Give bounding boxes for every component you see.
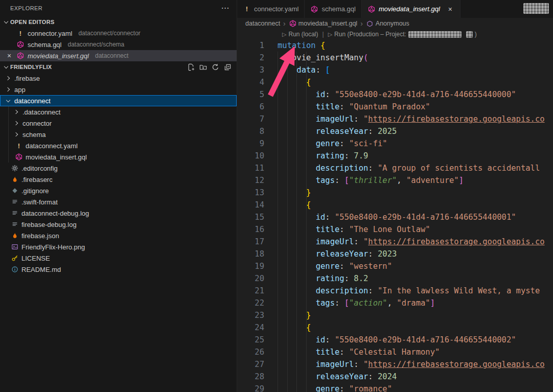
warning-icon: ! (16, 30, 25, 37)
close-icon[interactable]: × (5, 52, 13, 59)
chevron-down-icon (4, 98, 12, 103)
tab-moviedata_insert.gql[interactable]: moviedata_insert.gql× (362, 0, 460, 18)
breadcrumb-separator-icon: › (360, 19, 363, 28)
tree-file-.gitignore[interactable]: .gitignore (0, 185, 237, 196)
line-number: 16 (237, 223, 264, 236)
tree-file-.swift-format[interactable]: .swift-format (0, 196, 237, 207)
code-line: 29 genre: "romance" (237, 383, 553, 392)
tree-item-label: .swift-format (21, 198, 58, 206)
codelens: ▷ Run (local) | ▷ Run (Production – Proj… (237, 29, 553, 39)
line-number: 19 (237, 260, 264, 272)
code-lines: 1mutation {2 movie_insertMany(3 data: [4… (237, 39, 553, 392)
tree-file-dataconnect-debug.log[interactable]: dataconnect-debug.log (0, 207, 237, 219)
run-production-link[interactable]: Run (Production – Project: (334, 31, 406, 38)
tree-folder-dataconnect[interactable]: dataconnect (0, 95, 237, 106)
line-number: 9 (237, 137, 264, 150)
open-editors-label: OPEN EDITORS (10, 19, 55, 25)
collapse-all-icon[interactable] (224, 63, 232, 71)
open-editor-item[interactable]: ×schema.gqldataconnect/schema (0, 39, 237, 50)
code-line: 8 releaseYear: 2025 (237, 125, 553, 137)
code-line: 13 } (237, 187, 553, 199)
tab-schema.gql[interactable]: schema.gql (305, 0, 361, 18)
close-icon[interactable]: × (446, 5, 454, 13)
code-line: 10 rating: 7.9 (237, 150, 553, 162)
vscode-window: EXPLORER ⋯ OPEN EDITORS ×!connector.yaml… (0, 0, 553, 392)
tab-bar: !connector.yamlschema.gqlmoviedata_inser… (237, 0, 553, 18)
flame-icon (10, 232, 19, 239)
open-editor-item[interactable]: ×moviedata_insert.gqldataconnect (0, 50, 237, 61)
tab-label: connector.yaml (254, 5, 298, 13)
codelens-suffix: ) (475, 31, 477, 38)
new-folder-icon[interactable] (199, 63, 207, 71)
breadcrumb-item[interactable]: moviedata_insert.gql (289, 20, 357, 27)
tree-folder-.dataconnect[interactable]: .dataconnect (0, 106, 237, 118)
tree-file-README.md[interactable]: README.md (0, 264, 237, 275)
open-editors-header[interactable]: OPEN EDITORS (0, 16, 237, 28)
tree-item-label: .dataconnect (22, 108, 60, 116)
tree-file-firebase-debug.log[interactable]: firebase-debug.log (0, 219, 237, 230)
code-text: title: "The Lone Outlaw" (264, 223, 430, 236)
code-text: id: "550e8400-e29b-41d4-a716-44665544000… (264, 211, 516, 223)
tree-file-FriendlyFlix-Hero.png[interactable]: FriendlyFlix-Hero.png (0, 241, 237, 252)
warning-icon: ! (14, 142, 24, 150)
code-line: 18 releaseYear: 2023 (237, 248, 553, 260)
line-number: 7 (237, 113, 264, 125)
code-line: 17 imageUrl: "https://firebasestorage.go… (237, 236, 553, 248)
line-number: 1 (237, 39, 264, 52)
file-name: connector.yaml (28, 30, 72, 37)
tree-folder-app[interactable]: app (0, 84, 237, 95)
code-line: 24 { (237, 321, 553, 334)
code-text: releaseYear: 2025 (264, 125, 397, 137)
tree-file-.firebaserc[interactable]: .firebaserc (0, 174, 237, 185)
code-editor[interactable]: ▷ Run (local) | ▷ Run (Production – Proj… (237, 29, 553, 392)
open-editor-item[interactable]: ×!connector.yamldataconnect/connector (0, 28, 237, 39)
tree-item-label: README.md (21, 266, 61, 273)
line-number: 28 (237, 371, 264, 383)
file-path: dataconnect/schema (67, 41, 124, 48)
doc-icon (10, 221, 19, 228)
line-number: 5 (237, 88, 264, 101)
tree-file-LICENSE[interactable]: LICENSE (0, 252, 237, 264)
tab-connector.yaml[interactable]: !connector.yaml (237, 0, 305, 18)
project-section-header[interactable]: FRIENDLYFLIX (0, 61, 237, 73)
tree-item-label: .gitignore (21, 187, 49, 195)
more-actions-icon[interactable]: ⋯ (221, 4, 229, 12)
code-text: } (264, 187, 311, 199)
code-text: rating: 7.9 (264, 150, 368, 162)
refresh-icon[interactable] (212, 63, 219, 71)
code-text: { (264, 199, 311, 211)
line-number: 6 (237, 101, 264, 113)
code-text: releaseYear: 2023 (264, 248, 397, 260)
code-line: 11 description: "A group of scientists a… (237, 162, 553, 174)
line-number: 26 (237, 346, 264, 358)
explorer-panel-title: EXPLORER ⋯ (0, 0, 237, 16)
tree-file-firebase.json[interactable]: firebase.json (0, 230, 237, 241)
line-number: 18 (237, 248, 264, 260)
chevron-right-icon (12, 121, 20, 126)
code-text: imageUrl: "https://firebasestorage.googl… (264, 236, 545, 248)
tree-file-moviedata_insert.gql[interactable]: moviedata_insert.gql (0, 151, 237, 163)
breadcrumb-item[interactable]: dataconnect (245, 20, 280, 27)
line-number: 29 (237, 383, 264, 392)
info-icon (10, 266, 19, 273)
tree-folder-connector[interactable]: connector (0, 118, 237, 129)
editor-area: !connector.yamlschema.gqlmoviedata_inser… (237, 0, 553, 392)
chevron-right-icon (4, 76, 12, 81)
graphql-icon (16, 41, 25, 48)
code-text: { (264, 321, 311, 334)
new-file-icon[interactable] (187, 63, 195, 71)
tree-folder-schema[interactable]: schema (0, 129, 237, 140)
tree-item-label: FriendlyFlix-Hero.png (21, 243, 85, 251)
tree-file-.editorconfig[interactable]: .editorconfig (0, 163, 237, 174)
tree-file-dataconnect.yaml[interactable]: !dataconnect.yaml (0, 140, 237, 151)
breadcrumb-item[interactable]: Anonymous (366, 20, 409, 27)
key-icon (10, 255, 19, 262)
run-local-link[interactable]: Run (local) (288, 31, 318, 38)
doc-icon (10, 198, 19, 205)
tree-folder-.firebase[interactable]: .firebase (0, 73, 237, 84)
code-line: 28 releaseYear: 2024 (237, 371, 553, 383)
code-line: 6 title: "Quantum Paradox" (237, 101, 553, 113)
line-number: 4 (237, 76, 264, 88)
explorer-sidebar: EXPLORER ⋯ OPEN EDITORS ×!connector.yaml… (0, 0, 237, 392)
line-number: 13 (237, 187, 264, 199)
